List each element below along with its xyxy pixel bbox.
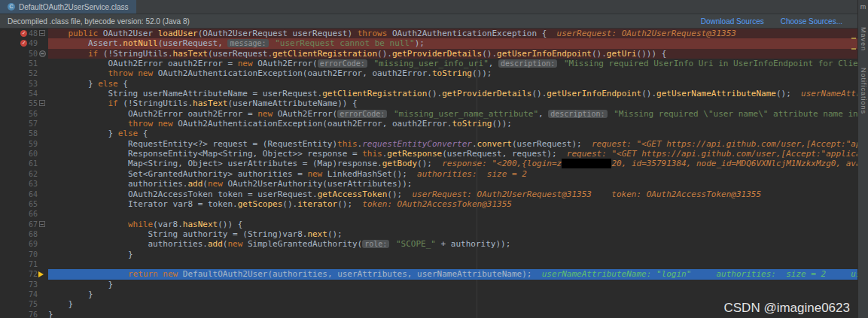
code-text[interactable]: String authority = (String)var8.next(); [48, 229, 857, 239]
line-number[interactable]: 50 [29, 49, 38, 59]
error-stripe-mark[interactable] [851, 38, 856, 39]
code-line[interactable]: 59 RequestEntity<?> request = (RequestEn… [0, 139, 857, 149]
code-line[interactable]: 51 OAuth2Error oauth2Error = new OAuth2E… [0, 59, 857, 68]
gutter[interactable]: 70 [0, 250, 48, 259]
line-number[interactable]: 59 [29, 139, 38, 149]
gutter[interactable]: 64 [0, 189, 48, 199]
code-line[interactable]: 60 ResponseEntity<Map<String, Object>> r… [0, 149, 857, 159]
code-line[interactable]: 49✓ Assert.notNull(userRequest, message:… [0, 38, 857, 48]
code-line[interactable]: 67− while(var8.hasNext()) { [0, 220, 857, 229]
gutter[interactable]: 75 [0, 299, 48, 309]
code-line[interactable]: 55− if (!StringUtils.hasText(userNameAtt… [0, 98, 857, 108]
execution-pointer-icon[interactable] [38, 271, 44, 277]
gutter[interactable]: 51 [0, 59, 48, 68]
line-number[interactable]: 53 [29, 79, 38, 89]
code-line[interactable]: 69 authorities.add(new SimpleGrantedAuth… [0, 239, 857, 249]
code-text[interactable]: while(var8.hasNext()) { [48, 220, 857, 229]
line-number[interactable]: 48 [29, 29, 38, 38]
code-text[interactable]: Assert.notNull(userRequest, message: "us… [48, 38, 857, 48]
gutter[interactable]: 67− [0, 220, 48, 229]
gutter[interactable]: 65 [0, 199, 48, 209]
line-number[interactable]: 60 [29, 149, 38, 159]
code-text[interactable]: } else { [48, 129, 857, 138]
line-number[interactable]: 62 [29, 169, 38, 179]
code-text[interactable]: if (!StringUtils.hasText(userRequest.get… [48, 49, 857, 59]
gutter[interactable]: 60 [0, 149, 48, 159]
gutter[interactable]: 63 [0, 179, 48, 189]
code-line[interactable]: 73 } [0, 280, 857, 289]
error-stripe-mark[interactable] [851, 48, 856, 50]
fold-icon[interactable]: − [39, 100, 45, 106]
code-line[interactable]: 63 authorities.add(new OAuth2UserAuthori… [0, 179, 857, 189]
code-text[interactable]: } [48, 280, 857, 289]
code-line[interactable]: 56 OAuth2Error oauth2Error = new OAuth2E… [0, 109, 857, 119]
code-text[interactable]: Map<String, Object> userAttributes = (Ma… [48, 159, 857, 168]
line-number[interactable]: 66 [29, 209, 38, 219]
gutter[interactable]: 48✓− [0, 29, 48, 38]
gutter[interactable]: 69 [0, 239, 48, 249]
line-number[interactable]: 56 [29, 109, 38, 119]
code-line[interactable]: 66 [0, 209, 857, 219]
code-text[interactable] [48, 209, 857, 219]
code-line[interactable]: 62 Set<GrantedAuthority> authorities = n… [0, 169, 857, 179]
fold-icon[interactable]: − [39, 221, 45, 227]
code-line[interactable]: 54 String userNameAttributeName = userRe… [0, 89, 857, 98]
code-text[interactable]: } [48, 289, 857, 299]
code-text[interactable]: throw new OAuth2AuthenticationException(… [48, 68, 857, 78]
gutter[interactable]: 54 [0, 89, 48, 98]
fold-icon[interactable]: − [39, 30, 45, 36]
code-line[interactable]: 48✓− public OAuth2User loadUser(OAuth2Us… [0, 29, 857, 38]
line-number[interactable]: 63 [29, 179, 38, 189]
code-line[interactable]: 68 String authority = (String)var8.next(… [0, 229, 857, 239]
code-line[interactable]: 50− if (!StringUtils.hasText(userRequest… [0, 49, 857, 59]
line-number[interactable]: 52 [29, 68, 38, 78]
fold-icon[interactable]: − [39, 50, 46, 57]
download-sources-link[interactable]: Download Sources [701, 17, 764, 26]
code-text[interactable]: } [48, 250, 857, 259]
code-text[interactable]: ResponseEntity<Map<String, Object>> resp… [48, 149, 857, 159]
line-number[interactable]: 72 [29, 269, 38, 279]
gutter[interactable]: 59 [0, 139, 48, 149]
line-number[interactable]: 73 [29, 280, 38, 289]
code-text[interactable]: authorities.add(new SimpleGrantedAuthori… [48, 239, 857, 249]
line-number[interactable]: 55 [29, 98, 38, 108]
code-text[interactable]: if (!StringUtils.hasText(userNameAttribu… [48, 98, 857, 108]
code-line[interactable]: 52 throw new OAuth2AuthenticationExcepti… [0, 68, 857, 78]
gutter[interactable]: 61 [0, 159, 48, 168]
line-number[interactable]: 70 [29, 250, 38, 259]
line-number[interactable]: 74 [29, 289, 38, 299]
code-text[interactable]: public OAuth2User loadUser(OAuth2UserReq… [48, 29, 857, 38]
tool-button-maven[interactable]: Maven [860, 27, 867, 51]
line-number[interactable]: 67 [29, 220, 38, 229]
tool-button-notifications[interactable]: Notifications [860, 68, 867, 114]
line-number[interactable]: 57 [29, 119, 38, 129]
gutter[interactable]: 71 [0, 259, 48, 269]
tab-default-oauth2-user-service[interactable]: C DefaultOAuth2UserService.class [0, 0, 136, 14]
code-line[interactable]: 74 } [0, 289, 857, 299]
line-number[interactable]: 76 [29, 310, 38, 318]
code-text[interactable]: throw new OAuth2AuthenticationException(… [48, 119, 857, 129]
breakpoint-icon[interactable]: ✓ [20, 30, 27, 37]
gutter[interactable]: 56 [0, 109, 48, 119]
code-line[interactable]: 72 return new DefaultOAuth2User(authorit… [0, 269, 857, 279]
code-line[interactable]: 70 } [0, 250, 857, 259]
code-text[interactable] [48, 259, 857, 269]
gutter[interactable]: 68 [0, 229, 48, 239]
choose-sources-link[interactable]: Choose Sources... [781, 17, 842, 26]
line-number[interactable]: 75 [29, 299, 38, 309]
line-number[interactable]: 58 [29, 129, 38, 138]
code-text[interactable]: Set<GrantedAuthority> authorities = new … [48, 169, 857, 179]
gutter[interactable]: 76 [0, 310, 48, 318]
gutter[interactable]: 73 [0, 280, 48, 289]
line-number[interactable]: 71 [29, 259, 38, 269]
code-line[interactable]: 61 Map<String, Object> userAttributes = … [0, 159, 857, 168]
line-number[interactable]: 51 [29, 59, 38, 68]
gutter[interactable]: 53 [0, 79, 48, 89]
code-line[interactable]: 64 OAuth2AccessToken token = userRequest… [0, 189, 857, 199]
code-line[interactable]: 53 } else { [0, 79, 857, 89]
line-number[interactable]: 64 [29, 189, 38, 199]
line-number[interactable]: 61 [29, 159, 38, 168]
gutter[interactable]: 52 [0, 68, 48, 78]
line-number[interactable]: 68 [29, 229, 38, 239]
gutter[interactable]: 74 [0, 289, 48, 299]
